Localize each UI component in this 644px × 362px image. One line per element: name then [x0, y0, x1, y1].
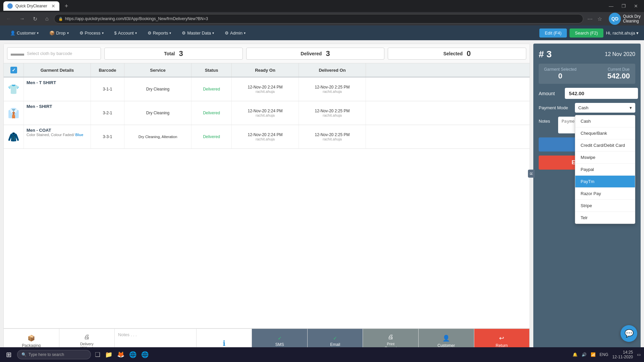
- volume-icon: 🔊: [582, 352, 587, 357]
- garment-table: ✓ Garment Details Barcode Service Status…: [4, 63, 530, 328]
- option-cheque[interactable]: Cheque/Bank: [575, 127, 635, 139]
- row3-delivered-date: 12-Nov-20 2:25 PM rachit.ahuja: [315, 132, 350, 141]
- option-paytm[interactable]: PayTm: [575, 176, 635, 188]
- taskbar-time: 14:25: [612, 350, 633, 355]
- amount-input[interactable]: [565, 88, 638, 99]
- row2-delivered-date-main: 12-Nov-20 2:25 PM: [315, 109, 350, 113]
- payment-mode-select[interactable]: Cash ▾: [575, 103, 635, 113]
- minimize-btn[interactable]: —: [606, 2, 616, 10]
- option-paypal[interactable]: Paypal: [575, 164, 635, 176]
- start-btn[interactable]: ⊞: [3, 349, 14, 360]
- admin-arrow: ▾: [244, 31, 246, 35]
- row2-delivered-date: 12-Nov-20 2:25 PM rachit.ahuja: [315, 109, 350, 117]
- dropdown-arrow-icon: ▾: [630, 105, 632, 110]
- extensions-btn[interactable]: ⋯: [586, 14, 594, 23]
- option-cash[interactable]: Cash: [575, 115, 635, 127]
- col-garment-details: Garment Details: [24, 63, 91, 77]
- new-tab-btn[interactable]: +: [62, 1, 71, 11]
- notification-icon: 🔔: [573, 352, 578, 357]
- row1-service: Dry Cleaning: [124, 77, 192, 101]
- nav-process[interactable]: ⚙ Process ▾: [75, 28, 108, 38]
- user-info[interactable]: Hi, rachit.ahuja ▾: [606, 31, 639, 36]
- bookmark-btn[interactable]: ☆: [596, 14, 603, 23]
- task-view-icon[interactable]: ❑: [94, 350, 102, 360]
- admin-label: Admin: [230, 31, 243, 36]
- row1-delivered-date: 12-Nov-20 2:25 PM rachit.ahuja: [315, 85, 350, 94]
- taskbar-time-block: 14:25 12-11-2020: [612, 350, 633, 359]
- row2-checkbox[interactable]: 👔: [4, 101, 24, 125]
- total-box: Total 3: [104, 48, 243, 60]
- process-label: Process: [85, 31, 101, 36]
- barcode-icon: ▬▬: [11, 50, 24, 57]
- customer-icon: 👤: [10, 31, 15, 36]
- file-explorer-icon[interactable]: 📁: [104, 350, 114, 360]
- booking-date: 12 Nov 2020: [605, 51, 635, 57]
- nav-master-data[interactable]: ⚙ Master Data ▾: [177, 28, 219, 38]
- back-btn[interactable]: ←: [3, 14, 14, 23]
- row1-ready-date: 12-Nov-20 2:24 PM rachit.ahuja: [248, 85, 282, 94]
- taskbar: ⊞ 🔍 Type here to search ❑ 📁 🦊 🌐 🌐 🔔 🔊 📶 …: [0, 347, 644, 362]
- chrome-icon2[interactable]: 🌐: [140, 350, 150, 360]
- tab-close-btn[interactable]: ✕: [51, 3, 55, 9]
- current-due-value: 542.00: [607, 72, 630, 80]
- nav-reports[interactable]: ⚙ Reports ▾: [143, 28, 176, 38]
- account-icon: $: [114, 31, 117, 36]
- reload-btn[interactable]: ↻: [30, 14, 40, 23]
- row1-checkbox[interactable]: 👕: [4, 77, 24, 101]
- notes-field-label: Notes: [539, 117, 555, 124]
- side-tab[interactable]: R: [528, 170, 535, 178]
- browser-controls: — ❐ ✕: [606, 2, 641, 10]
- barcode-input-wrapper[interactable]: ▬▬ Select cloth by barcode: [7, 47, 101, 60]
- show-desktop-icon[interactable]: ▭: [637, 352, 641, 357]
- option-razorpay[interactable]: Razor Pay: [575, 188, 635, 200]
- qdc-brand-text: Quick DryCleaning: [623, 14, 641, 23]
- col-delivered-on: Delivered On: [299, 63, 366, 77]
- garment-selected-value: 0: [544, 72, 577, 80]
- nav-drop[interactable]: 📦 Drop ▾: [45, 28, 73, 38]
- nav-admin[interactable]: ⚙ Admin ▾: [220, 28, 250, 38]
- maximize-btn[interactable]: ❐: [619, 2, 629, 10]
- search-btn[interactable]: Search (F2): [570, 28, 603, 38]
- master-data-label: Master Data: [187, 31, 211, 36]
- table-row[interactable]: 👕 Men - T SHIRT 3-1-1 Dry Cleaning Deliv…: [4, 77, 530, 101]
- table-row[interactable]: 👔 Men - SHIRT 3-2-1 Dry Cleaning Deliver…: [4, 101, 530, 125]
- browser-tab[interactable]: Quick DryCleaner ✕: [3, 1, 59, 11]
- home-btn[interactable]: ⌂: [43, 14, 51, 23]
- packaging-icon: 📦: [28, 335, 35, 342]
- address-bar[interactable]: 🔒 https://app.quickdrycleaning.com/tl3l/…: [54, 14, 584, 23]
- payment-mode-row: Payment Mode Cash ▾ Cash Cheque/Bank Cre…: [539, 103, 635, 113]
- email-checkmark: ✓: [333, 336, 337, 341]
- firefox-icon[interactable]: 🦊: [116, 350, 126, 360]
- row3-checkbox[interactable]: 🧥: [4, 125, 24, 148]
- barcode-placeholder-text: Select cloth by barcode: [27, 51, 72, 56]
- option-telr[interactable]: Telr: [575, 212, 635, 224]
- option-credit[interactable]: Credit Card/Debit Card: [575, 139, 635, 152]
- row1-delivered-date-main: 12-Nov-20 2:25 PM: [315, 85, 350, 89]
- nav-right: Edit (F4) Search (F2) Hi, rachit.ahuja ▾: [539, 28, 639, 38]
- forward-btn[interactable]: →: [17, 14, 28, 23]
- row3-ready-user: rachit.ahuja: [248, 137, 282, 141]
- nav-account[interactable]: $ Account ▾: [110, 28, 142, 38]
- row1-name: Men - T SHIRT: [26, 80, 56, 85]
- browser-nav-bar: ← → ↻ ⌂ 🔒 https://app.quickdrycleaning.c…: [0, 12, 644, 25]
- edit-btn[interactable]: Edit (F4): [539, 28, 567, 38]
- row2-ready: 12-Nov-20 2:24 PM rachit.ahuja: [232, 101, 299, 125]
- row3-service: Dry Cleaning, Alteration: [124, 125, 192, 148]
- row1-ready-user: rachit.ahuja: [248, 89, 282, 94]
- nav-customer[interactable]: 👤 Customer ▾: [5, 28, 43, 38]
- chat-bubble-btn[interactable]: 💬: [621, 325, 637, 342]
- option-stripe[interactable]: Stripe: [575, 200, 635, 212]
- master-data-icon: ⚙: [182, 31, 186, 36]
- booking-number: # 3: [539, 49, 552, 60]
- row3-ready: 12-Nov-20 2:24 PM rachit.ahuja: [232, 125, 299, 148]
- chrome-icon1[interactable]: 🌐: [128, 350, 138, 360]
- table-row[interactable]: 🧥 Men - COAT Color Stained, Colour Faded…: [4, 125, 530, 149]
- process-icon: ⚙: [79, 31, 84, 36]
- tab-favicon: [7, 3, 13, 9]
- option-mswipe[interactable]: Mswipe: [575, 152, 635, 164]
- total-value: 3: [179, 49, 183, 58]
- select-all-checkbox[interactable]: ✓: [10, 67, 17, 73]
- taskbar-search[interactable]: 🔍 Type here to search: [17, 350, 91, 359]
- row1-status-text: Delivered: [203, 87, 220, 92]
- close-btn[interactable]: ✕: [631, 2, 641, 10]
